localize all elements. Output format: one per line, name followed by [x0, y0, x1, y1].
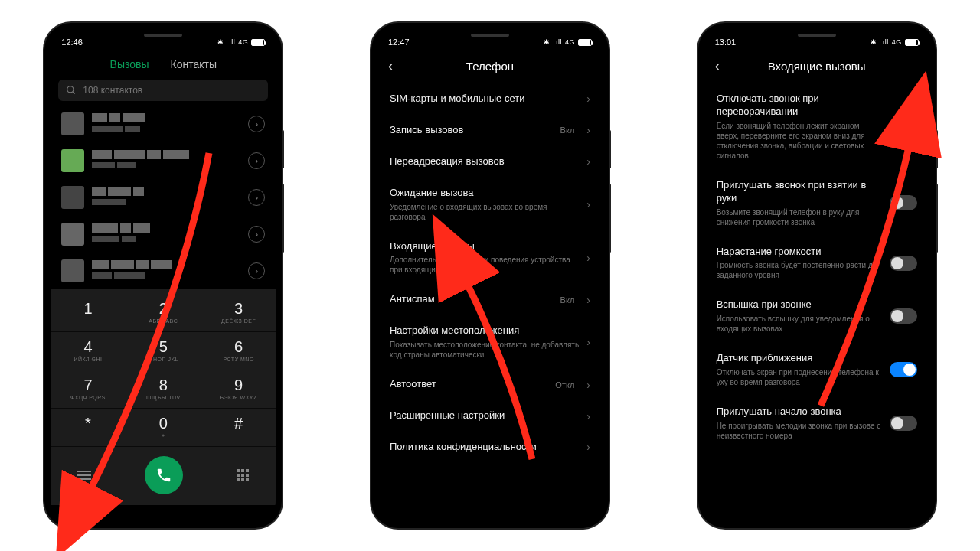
- info-icon[interactable]: ›: [248, 262, 265, 279]
- clock: 12:46: [61, 37, 83, 47]
- settings-item[interactable]: Запись вызовов Вкл ›: [390, 115, 590, 146]
- phone-mockup-1: 12:46 ✱.ıll4G Вызовы Контакты 108 контак…: [44, 23, 282, 528]
- toggle-switch[interactable]: [890, 362, 917, 377]
- status-bar: 12:46 ✱.ıll4G: [51, 29, 276, 51]
- item-title: Вспышка при звонке: [717, 298, 882, 311]
- search-icon: [66, 85, 77, 96]
- svg-line-1: [73, 92, 75, 94]
- dial-8[interactable]: 8ШЩЪЫ TUV: [126, 370, 201, 409]
- chevron-right-icon: ›: [586, 336, 590, 348]
- dial-5[interactable]: 5МНОП JKL: [126, 332, 201, 370]
- chevron-right-icon: ›: [586, 379, 590, 391]
- status-icons: ✱.ıll4G: [871, 38, 919, 46]
- settings-item[interactable]: Переадресация вызовов ›: [390, 146, 590, 178]
- dial-9[interactable]: 9ЬЭЮЯ WXYZ: [201, 370, 276, 409]
- info-icon[interactable]: ›: [248, 152, 265, 169]
- back-button[interactable]: ‹: [388, 58, 393, 74]
- toggle-switch[interactable]: [890, 308, 917, 324]
- back-button[interactable]: ‹: [715, 58, 720, 74]
- settings-item[interactable]: Антиспам Вкл ›: [390, 284, 590, 315]
- toggle-switch[interactable]: [890, 119, 917, 134]
- settings-item[interactable]: Расширенные настройки ›: [390, 400, 590, 432]
- item-title: Ожидание вызова: [390, 187, 579, 200]
- info-icon[interactable]: ›: [248, 226, 265, 243]
- info-icon[interactable]: ›: [248, 189, 265, 206]
- keypad-toggle-icon[interactable]: [237, 469, 249, 481]
- settings-item[interactable]: Входящие вызовы Дополнительные настройки…: [390, 231, 590, 285]
- item-desc: Дополнительные настройки поведения устро…: [390, 255, 579, 275]
- settings-toggle-item[interactable]: Приглушать звонок при взятии в руки Возь…: [717, 170, 917, 236]
- item-title: Датчик приближения: [717, 352, 882, 365]
- menu-button[interactable]: [77, 471, 91, 480]
- toggle-switch[interactable]: [890, 195, 917, 210]
- toggle-switch[interactable]: [890, 416, 917, 431]
- dial-3[interactable]: 3ДЕЁЖЗ DEF: [201, 294, 276, 332]
- item-title: Антиспам: [390, 293, 553, 306]
- tab-calls[interactable]: Вызовы: [110, 58, 149, 70]
- item-title: Нарастание громкости: [717, 246, 882, 259]
- dial-4[interactable]: 4ИЙКЛ GHI: [51, 332, 126, 370]
- settings-item[interactable]: SIM-карты и мобильные сети ›: [390, 83, 590, 115]
- chevron-right-icon: ›: [586, 252, 590, 264]
- dial-7[interactable]: 7ФХЦЧ PQRS: [51, 370, 126, 409]
- phone-settings-screen: 12:47 ✱.ıll4G ‹ Телефон SIM-карты и моби…: [377, 29, 603, 522]
- search-input[interactable]: 108 контактов: [58, 80, 268, 101]
- toggle-switch[interactable]: [890, 256, 917, 271]
- dialpad: 1 2АБВГ ABC 3ДЕЁЖЗ DEF 4ИЙКЛ GHI 5МНОП J…: [51, 289, 276, 505]
- item-desc: Уведомление о входящих вызовах во время …: [390, 202, 579, 222]
- dial-hash[interactable]: #: [201, 409, 276, 447]
- item-value: Вкл: [560, 126, 575, 135]
- incoming-calls-screen: 13:01 ✱.ıll4G ‹ Входящие вызовы Отключат…: [704, 29, 929, 522]
- phone-mockup-2: 12:47 ✱.ıll4G ‹ Телефон SIM-карты и моби…: [371, 23, 609, 528]
- settings-toggle-item[interactable]: Датчик приближения Отключать экран при п…: [717, 343, 917, 396]
- dial-6[interactable]: 6РСТУ MNO: [201, 332, 276, 370]
- call-log[interactable]: › › › › ›: [51, 106, 276, 289]
- item-desc: Возьмите звонящий телефон в руку для сни…: [717, 207, 882, 227]
- settings-item[interactable]: Политика конфиденциальности ›: [390, 432, 590, 463]
- item-title: SIM-карты и мобильные сети: [390, 93, 579, 106]
- search-placeholder: 108 контактов: [83, 85, 142, 96]
- page-title: Телефон: [466, 60, 514, 73]
- item-desc: Громкость звонка будет постепенно расти …: [717, 260, 882, 280]
- settings-item[interactable]: Ожидание вызова Уведомление о входящих в…: [390, 178, 590, 231]
- clock: 12:47: [388, 37, 410, 47]
- call-row[interactable]: ›: [51, 179, 276, 216]
- settings-item[interactable]: Настройки местоположения Показывать мест…: [390, 315, 590, 369]
- header: ‹ Входящие вызовы: [704, 51, 929, 83]
- call-row[interactable]: ›: [51, 142, 276, 179]
- settings-toggle-item[interactable]: Приглушать начало звонка Не проигрывать …: [717, 396, 917, 450]
- dial-2[interactable]: 2АБВГ ABC: [126, 294, 201, 332]
- dial-0[interactable]: 0+: [126, 409, 201, 447]
- settings-list[interactable]: Отключать звонок при переворачивании Есл…: [704, 83, 929, 450]
- item-title: Запись вызовов: [390, 124, 553, 137]
- settings-toggle-item[interactable]: Вспышка при звонке Использовать вспышку …: [717, 289, 917, 343]
- dial-1[interactable]: 1: [51, 294, 126, 332]
- call-row[interactable]: ›: [51, 106, 276, 142]
- chevron-right-icon: ›: [586, 155, 590, 168]
- dialer-screen: 12:46 ✱.ıll4G Вызовы Контакты 108 контак…: [51, 29, 276, 522]
- call-button[interactable]: [145, 456, 183, 494]
- clock: 13:01: [715, 37, 737, 47]
- item-title: Настройки местоположения: [390, 324, 579, 337]
- info-icon[interactable]: ›: [248, 116, 265, 132]
- settings-list[interactable]: SIM-карты и мобильные сети › Запись вызо…: [377, 83, 603, 463]
- page-title: Входящие вызовы: [768, 60, 866, 73]
- item-title: Переадресация вызовов: [390, 155, 579, 168]
- status-bar: 13:01 ✱.ıll4G: [704, 29, 929, 51]
- svg-point-0: [67, 86, 74, 93]
- item-title: Автоответ: [390, 378, 547, 391]
- phone-icon: [155, 467, 172, 484]
- status-icons: ✱.ıll4G: [217, 38, 266, 46]
- item-title: Входящие вызовы: [390, 240, 579, 253]
- settings-item[interactable]: Автоответ Откл ›: [390, 369, 590, 400]
- settings-toggle-item[interactable]: Отключать звонок при переворачивании Есл…: [717, 83, 917, 170]
- phone-mockup-3: 13:01 ✱.ıll4G ‹ Входящие вызовы Отключат…: [698, 23, 936, 528]
- item-desc: Если звонящий телефон лежит экраном ввер…: [717, 121, 882, 161]
- settings-toggle-item[interactable]: Нарастание громкости Громкость звонка бу…: [717, 236, 917, 290]
- item-desc: Отключать экран при поднесении телефона …: [717, 367, 882, 387]
- dial-star[interactable]: *: [51, 409, 126, 447]
- call-row[interactable]: ›: [51, 253, 276, 289]
- call-row[interactable]: ›: [51, 216, 276, 253]
- tab-contacts[interactable]: Контакты: [171, 58, 217, 70]
- item-title: Расширенные настройки: [390, 409, 579, 422]
